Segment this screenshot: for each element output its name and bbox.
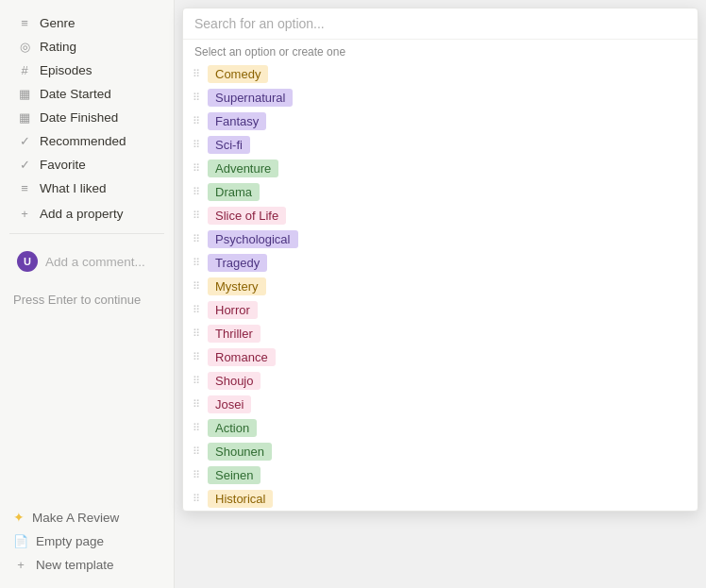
option-item[interactable]: ⠿ Supernatural — [183, 86, 698, 109]
drag-handle-icon: ⠿ — [193, 186, 200, 198]
genre-tag: Tragedy — [208, 254, 267, 272]
press-enter-hint: Press Enter to continue — [0, 283, 174, 316]
drag-handle-icon: ⠿ — [193, 92, 200, 104]
option-item[interactable]: ⠿ Comedy — [183, 62, 698, 86]
add-comment-placeholder: Add a comment... — [45, 255, 145, 269]
option-item[interactable]: ⠿ Adventure — [183, 157, 698, 180]
option-item[interactable]: ⠿ Fantasy — [183, 109, 698, 133]
drag-handle-icon: ⠿ — [193, 139, 200, 151]
add-comment-area[interactable]: U Add a comment... — [4, 245, 170, 277]
what-i-liked-icon: ≡ — [17, 181, 32, 195]
genre-tag: Shounen — [208, 443, 272, 461]
genre-tag: Slice of Life — [208, 207, 286, 225]
genre-dropdown: Select an option or create one ⠿ Comedy … — [182, 8, 698, 512]
drag-handle-icon: ⠿ — [193, 469, 200, 481]
sidebar-item-favorite[interactable]: ✓ Favorite — [4, 153, 170, 176]
sidebar-bottom-make-review[interactable]: ✦ Make A Review — [0, 505, 174, 529]
empty-page-icon: 📄 — [13, 534, 28, 548]
recommended-label: Recommended — [40, 134, 126, 148]
genre-tag: Romance — [208, 348, 276, 366]
make-review-icon: ✦ — [13, 510, 25, 525]
drag-handle-icon: ⠿ — [193, 304, 200, 316]
sidebar-bottom-empty-page[interactable]: 📄 Empty page — [0, 529, 174, 553]
drag-handle-icon: ⠿ — [193, 115, 200, 127]
option-item[interactable]: ⠿ Shoujo — [183, 369, 698, 393]
drag-handle-icon: ⠿ — [193, 210, 200, 222]
date-started-icon: ▦ — [17, 87, 32, 101]
add-property-button[interactable]: + Add a property — [4, 202, 170, 226]
genre-tag: Drama — [208, 183, 260, 201]
option-item[interactable]: ⠿ Romance — [183, 345, 698, 369]
drag-handle-icon: ⠿ — [193, 257, 200, 269]
genre-icon: ≡ — [17, 16, 32, 30]
episodes-label: Episodes — [40, 63, 92, 77]
option-item[interactable]: ⠿ Psychological — [183, 227, 698, 251]
option-item[interactable]: ⠿ Historical — [183, 487, 698, 511]
option-item[interactable]: ⠿ Josei — [183, 393, 698, 416]
avatar: U — [17, 251, 38, 272]
sidebar-bottom: ✦ Make A Review 📄 Empty page + New templ… — [0, 497, 174, 577]
sidebar-item-genre[interactable]: ≡ Genre — [4, 11, 170, 35]
divider — [9, 233, 164, 234]
favorite-label: Favorite — [40, 158, 86, 172]
drag-handle-icon: ⠿ — [193, 233, 200, 245]
option-item[interactable]: ⠿ Action — [183, 416, 698, 440]
option-item[interactable]: ⠿ Seinen — [183, 463, 698, 487]
genre-label: Genre — [40, 16, 76, 30]
empty-page-label: Empty page — [36, 534, 104, 548]
genre-tag: Comedy — [208, 65, 268, 83]
make-review-label: Make A Review — [32, 511, 119, 525]
rating-label: Rating — [40, 40, 76, 54]
sidebar-item-what-i-liked[interactable]: ≡ What I liked — [4, 176, 170, 200]
genre-tag: Adventure — [208, 160, 278, 177]
genre-tag: Supernatural — [208, 89, 293, 107]
select-hint: Select an option or create one — [183, 40, 698, 62]
genre-tag: Josei — [208, 395, 251, 413]
plus-icon: + — [17, 207, 32, 221]
rating-icon: ◎ — [17, 40, 32, 54]
sidebar-item-date-finished[interactable]: ▦ Date Finished — [4, 106, 170, 129]
option-item[interactable]: ⠿ Tragedy — [183, 251, 698, 275]
episodes-icon: # — [17, 63, 32, 77]
genre-tag: Thriller — [208, 325, 261, 343]
new-template-label: New template — [36, 558, 114, 572]
option-item[interactable]: ⠿ Horror — [183, 298, 698, 322]
sidebar-item-date-started[interactable]: ▦ Date Started — [4, 82, 170, 106]
drag-handle-icon: ⠿ — [193, 162, 200, 175]
drag-handle-icon: ⠿ — [193, 422, 200, 434]
drag-handle-icon: ⠿ — [193, 375, 200, 387]
options-list: ⠿ Comedy ⠿ Supernatural ⠿ Fantasy ⠿ Sci-… — [183, 62, 698, 511]
option-item[interactable]: ⠿ Shounen — [183, 440, 698, 463]
sidebar-item-recommended[interactable]: ✓ Recommended — [4, 129, 170, 153]
genre-tag: Historical — [208, 490, 273, 508]
drag-handle-icon: ⠿ — [193, 328, 200, 340]
drag-handle-icon: ⠿ — [193, 398, 200, 411]
sidebar: ≡ Genre ◎ Rating # Episodes ▦ Date Start… — [0, 0, 175, 588]
date-finished-icon: ▦ — [17, 110, 32, 125]
genre-tag: Psychological — [208, 230, 298, 248]
date-started-label: Date Started — [40, 87, 111, 101]
sidebar-bottom-new-template[interactable]: + New template — [0, 553, 174, 577]
drag-handle-icon: ⠿ — [193, 68, 200, 80]
drag-handle-icon: ⠿ — [193, 493, 200, 505]
date-finished-label: Date Finished — [40, 110, 118, 125]
drag-handle-icon: ⠿ — [193, 351, 200, 363]
drag-handle-icon: ⠿ — [193, 280, 200, 293]
genre-tag: Shoujo — [208, 372, 261, 390]
option-item[interactable]: ⠿ Slice of Life — [183, 204, 698, 227]
genre-tag: Seinen — [208, 466, 261, 484]
sidebar-item-rating[interactable]: ◎ Rating — [4, 35, 170, 59]
option-item[interactable]: ⠿ Drama — [183, 180, 698, 204]
option-item[interactable]: ⠿ Thriller — [183, 322, 698, 345]
favorite-icon: ✓ — [17, 158, 32, 172]
sidebar-item-episodes[interactable]: # Episodes — [4, 59, 170, 82]
search-wrap[interactable] — [183, 8, 698, 40]
option-item[interactable]: ⠿ Mystery — [183, 275, 698, 298]
search-input[interactable] — [194, 16, 686, 31]
genre-tag: Mystery — [208, 277, 266, 295]
genre-tag: Sci-fi — [208, 136, 250, 154]
add-property-label: Add a property — [40, 207, 124, 221]
option-item[interactable]: ⠿ Sci-fi — [183, 133, 698, 157]
new-template-icon: + — [13, 558, 28, 572]
genre-tag: Action — [208, 419, 257, 437]
